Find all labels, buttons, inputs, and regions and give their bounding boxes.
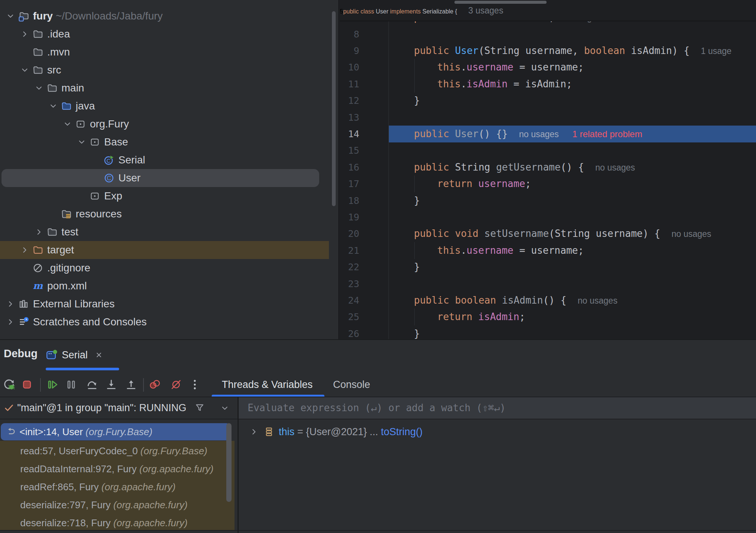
line-number[interactable]: 14: [340, 126, 359, 142]
frame-row-5[interactable]: deserialize:797, Fury (org.apache.fury): [0, 496, 235, 514]
line-number[interactable]: 10: [340, 59, 359, 76]
editor-line-20[interactable]: 20public void setUsername(String usernam…: [340, 225, 756, 242]
resume-button[interactable]: [45, 377, 60, 392]
line-number[interactable]: 19: [340, 209, 359, 226]
frame-row-1[interactable]: <init>:14, User (org.Fury.Base): [1, 423, 230, 440]
chevron-right-icon[interactable]: [34, 228, 43, 237]
chevron-right-icon[interactable]: [20, 30, 29, 39]
chevron-down-icon[interactable]: [20, 66, 29, 75]
usages-inlay-hint[interactable]: no usages: [595, 163, 635, 172]
chevron-right-icon[interactable]: [6, 299, 15, 308]
tree-item-external-libraries[interactable]: External Libraries: [0, 295, 339, 313]
editor-line-16[interactable]: 16public String getUsername() {no usages: [340, 159, 756, 176]
editor-line-15[interactable]: 15: [340, 142, 756, 159]
tree-item-java[interactable]: java: [0, 97, 339, 115]
thread-status-row[interactable]: "main"@1 in group "main": RUNNING: [0, 397, 238, 419]
frames-variables-divider[interactable]: [238, 397, 239, 533]
chevron-right-icon[interactable]: [250, 427, 258, 436]
tree-item-serial[interactable]: CSerial: [0, 151, 339, 169]
step-into-button[interactable]: [104, 377, 119, 392]
line-number[interactable]: 23: [340, 275, 359, 292]
variable-row-this[interactable]: this = {User@2021} ... toString(): [239, 423, 756, 441]
stop-button[interactable]: [19, 377, 34, 392]
line-number[interactable]: 24: [340, 292, 359, 309]
tree-item-scratches-and-consoles[interactable]: Scratches and Consoles: [0, 313, 339, 331]
tree-item-fury[interactable]: fury ~/Downloads/Jaba/fury: [0, 7, 339, 25]
line-number[interactable]: 18: [340, 192, 359, 209]
line-number[interactable]: 26: [340, 325, 359, 339]
editor-line-22[interactable]: 22}: [340, 259, 756, 275]
line-number[interactable]: 20: [340, 225, 359, 242]
tostring-link[interactable]: toString(): [381, 426, 423, 438]
tree-item-src[interactable]: src: [0, 61, 339, 79]
frame-row-4[interactable]: readRef:865, Fury (org.apache.fury): [0, 478, 235, 496]
chevron-down-icon[interactable]: [49, 102, 58, 111]
editor-line-11[interactable]: 11this.isAdmin = isAdmin;: [340, 76, 756, 93]
tree-item-pom-xml[interactable]: mpom.xml: [0, 277, 339, 295]
line-number[interactable]: 5: [340, 8, 343, 15]
filter-funnel-icon[interactable]: [194, 403, 205, 413]
pause-button[interactable]: [64, 377, 79, 392]
editor-line-12[interactable]: 12}: [340, 92, 756, 109]
tree-item-main[interactable]: main: [0, 79, 339, 97]
tree-item-user[interactable]: CUser: [1, 169, 319, 187]
line-number[interactable]: 15: [340, 142, 359, 159]
editor-line-21[interactable]: 21this.username = username;: [340, 242, 756, 259]
chevron-down-icon[interactable]: [34, 84, 43, 93]
tree-item--mvn[interactable]: .mvn: [0, 43, 339, 61]
editor-line-8[interactable]: 8: [340, 26, 756, 43]
chevron-right-icon[interactable]: [6, 317, 15, 326]
line-number[interactable]: 9: [340, 42, 359, 59]
editor-line-26[interactable]: 26}: [340, 325, 756, 339]
tree-item--gitignore[interactable]: .gitignore: [0, 259, 339, 277]
editor-line-9[interactable]: 9public User(String username, boolean is…: [340, 42, 756, 59]
tree-item-base[interactable]: Base: [0, 133, 339, 151]
line-number[interactable]: 8: [340, 26, 359, 43]
usages-inlay-hint[interactable]: 3 usages: [468, 6, 503, 15]
frame-row-6[interactable]: deserialize:718, Fury (org.apache.fury): [0, 514, 235, 530]
frame-row-3[interactable]: readDataInternal:972, Fury (org.apache.f…: [0, 460, 235, 478]
step-out-button[interactable]: [124, 377, 139, 392]
chevron-down-icon[interactable]: [63, 120, 72, 129]
tree-item-org-fury[interactable]: org.Fury: [0, 115, 339, 133]
mute-breakpoints-button[interactable]: [169, 377, 184, 392]
editor-line-23[interactable]: 23: [340, 275, 756, 292]
line-number[interactable]: 17: [340, 175, 359, 192]
line-number[interactable]: 25: [340, 308, 359, 325]
tab-console[interactable]: Console: [333, 378, 370, 391]
usages-inlay-hint[interactable]: no usages: [671, 229, 711, 239]
close-icon[interactable]: [94, 350, 103, 359]
editor-line-17[interactable]: 17return username;: [340, 175, 756, 192]
editor-line-14[interactable]: 14public User() {}no usages1 related pro…: [340, 126, 756, 142]
tree-item-test[interactable]: test: [0, 223, 339, 241]
view-breakpoints-button[interactable]: [147, 377, 162, 392]
editor-line-25[interactable]: 25return isAdmin;: [340, 308, 756, 325]
more-button[interactable]: [187, 377, 202, 392]
frames-scrollbar[interactable]: [226, 423, 232, 502]
evaluate-expression-input[interactable]: Evaluate expression (↵) or add a watch (…: [239, 397, 756, 419]
rerun-button[interactable]: [1, 377, 16, 392]
debug-session-tab[interactable]: Serial: [46, 344, 103, 365]
usages-inlay-hint[interactable]: 1 usage: [701, 46, 732, 56]
chevron-right-icon[interactable]: [20, 246, 29, 255]
tab-threads-variables[interactable]: Threads & Variables: [222, 378, 313, 391]
chevron-down-icon[interactable]: [77, 138, 86, 147]
tree-item-exp[interactable]: Exp: [0, 187, 339, 205]
step-over-button[interactable]: [85, 377, 100, 392]
usages-inlay-hint[interactable]: no usages: [519, 129, 559, 139]
editor-horizontal-scrollbar[interactable]: [454, 1, 547, 4]
line-number[interactable]: 13: [340, 109, 359, 126]
editor-line-18[interactable]: 18}: [340, 192, 756, 209]
line-number[interactable]: 21: [340, 242, 359, 259]
line-number[interactable]: 16: [340, 159, 359, 176]
tree-item-target[interactable]: target: [0, 241, 329, 259]
editor-line-19[interactable]: 19: [340, 209, 756, 226]
line-number[interactable]: 12: [340, 92, 359, 109]
chevron-down-icon[interactable]: [6, 12, 15, 21]
tree-item--idea[interactable]: .idea: [0, 25, 339, 43]
code-editor[interactable]: 7private boolean isAdmin;4 usagesisAdmin…: [340, 0, 756, 339]
usages-inlay-hint[interactable]: no usages: [578, 296, 617, 305]
editor-line-10[interactable]: 10this.username = username;: [340, 59, 756, 76]
chevron-down-icon[interactable]: [220, 404, 229, 413]
related-problem-hint[interactable]: 1 related problem: [572, 129, 642, 139]
